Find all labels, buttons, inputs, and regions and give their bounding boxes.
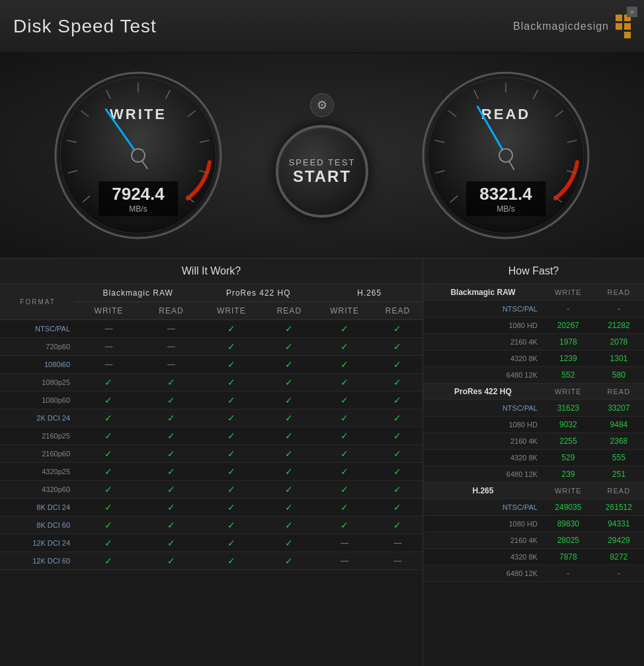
prores-write-cell: ✓ [200, 481, 262, 499]
h265-read-cell: ✓ [373, 517, 423, 534]
h265-write-cell: ✓ [316, 392, 373, 409]
title-bar: Disk Speed Test Blackmagicdesign [0, 0, 644, 53]
write-col-header: WRITE [543, 483, 594, 499]
format-cell: NTSC/PAL [423, 301, 543, 317]
format-cell: NTSC/PAL [0, 320, 75, 338]
h265-write-cell: ✓ [316, 374, 373, 392]
prores-read-cell: ✓ [262, 499, 316, 517]
how-fast-table: Blackmagic RAW WRITE READ NTSC/PAL - - 1… [423, 284, 644, 582]
read-unit: MB/s [479, 204, 532, 214]
h265-write-cell: ✓ [316, 409, 373, 427]
read-value-cell: 580 [594, 367, 644, 384]
read-col-header: READ [594, 284, 644, 301]
table-row: 4320p60 ✓ ✓ ✓ ✓ ✓ ✓ [0, 481, 423, 499]
brand-area: Blackmagicdesign [513, 15, 631, 38]
braw-read-cell: — [142, 320, 200, 338]
braw-write-header: WRITE [75, 302, 142, 320]
write-value-cell: - [543, 301, 594, 317]
left-table: Will It Work? FORMAT Blackmagic RAW ProR… [0, 259, 423, 666]
read-value-cell: 2368 [594, 433, 644, 450]
format-cell: 1080p25 [0, 374, 75, 392]
table-row: 6480 12K 239 251 [423, 466, 644, 483]
section-name: H.265 [423, 483, 543, 499]
table-row: NTSC/PAL — — ✓ ✓ ✓ ✓ [0, 320, 423, 338]
section-header-row: H.265 WRITE READ [423, 483, 644, 499]
prores-write-cell: ✓ [200, 320, 262, 338]
h265-read-cell: ✓ [373, 374, 423, 392]
table-row: 2160 4K 28025 29429 [423, 532, 644, 549]
prores-read-cell: ✓ [262, 409, 316, 427]
right-table-body: Blackmagic RAW WRITE READ NTSC/PAL - - 1… [423, 284, 644, 582]
write-value-cell: 31623 [543, 400, 594, 417]
write-value-cell: 89830 [543, 516, 594, 532]
format-col-header: FORMAT [0, 284, 75, 320]
close-button[interactable]: × [627, 7, 637, 17]
table-row: 4320 8K 1239 1301 [423, 351, 644, 367]
start-button[interactable]: SPEED TEST START [276, 125, 368, 218]
prores-read-cell: ✓ [262, 481, 316, 499]
braw-read-cell: ✓ [142, 552, 200, 570]
read-value: 8321.4 [479, 184, 532, 204]
prores-read-cell: ✓ [262, 356, 316, 374]
table-row: 2160p60 ✓ ✓ ✓ ✓ ✓ ✓ [0, 445, 423, 463]
format-cell: NTSC/PAL [423, 499, 543, 516]
app-title: Disk Speed Test [13, 16, 157, 37]
prores-write-cell: ✓ [200, 427, 262, 445]
start-line2: START [293, 167, 351, 186]
prores-read-cell: ✓ [262, 463, 316, 481]
write-value-cell: 20267 [543, 317, 594, 334]
write-value-cell: 28025 [543, 532, 594, 549]
h265-read-cell: ✓ [373, 392, 423, 409]
read-value-cell: 21282 [594, 317, 644, 334]
prores-write-header: WRITE [200, 302, 262, 320]
table-row: 4320p25 ✓ ✓ ✓ ✓ ✓ ✓ [0, 463, 423, 481]
braw-write-cell: ✓ [75, 534, 142, 552]
table-row: 12K DCI 24 ✓ ✓ ✓ ✓ — — [0, 534, 423, 552]
h265-read-cell: ✓ [373, 445, 423, 463]
read-value-cell: 1301 [594, 351, 644, 367]
read-value-cell: - [594, 565, 644, 582]
read-value-cell: 261512 [594, 499, 644, 516]
table-row: 1080i60 — — ✓ ✓ ✓ ✓ [0, 356, 423, 374]
h265-read-cell: ✓ [373, 409, 423, 427]
prores-write-cell: ✓ [200, 517, 262, 534]
read-value-cell: 9484 [594, 417, 644, 433]
braw-read-header: READ [142, 302, 200, 320]
write-value-cell: - [543, 565, 594, 582]
prores-read-cell: ✓ [262, 552, 316, 570]
braw-write-cell: — [75, 338, 142, 356]
col-group-headers: FORMAT Blackmagic RAW ProRes 422 HQ H.26… [0, 284, 423, 302]
h265-read-cell: ✓ [373, 463, 423, 481]
braw-read-cell: ✓ [142, 481, 200, 499]
table-row: 8K DCI 24 ✓ ✓ ✓ ✓ ✓ ✓ [0, 499, 423, 517]
h265-write-cell: ✓ [316, 356, 373, 374]
format-cell: 2160p25 [0, 427, 75, 445]
left-table-body: NTSC/PAL — — ✓ ✓ ✓ ✓ 720p60 — — ✓ ✓ ✓ ✓ … [0, 320, 423, 570]
write-value-cell: 239 [543, 466, 594, 483]
right-table-header: How Fast? [423, 259, 644, 284]
h265-write-cell: ✓ [316, 445, 373, 463]
write-value-cell: 1978 [543, 334, 594, 351]
braw-read-cell: ✓ [142, 499, 200, 517]
svg-text:WRITE: WRITE [110, 106, 167, 122]
read-value-cell: 94331 [594, 516, 644, 532]
braw-write-cell: ✓ [75, 374, 142, 392]
braw-read-cell: — [142, 356, 200, 374]
prores-read-cell: ✓ [262, 338, 316, 356]
format-cell: 8K DCI 60 [0, 517, 75, 534]
format-cell: 4320p60 [0, 481, 75, 499]
brand-dot [624, 23, 631, 30]
braw-write-cell: ✓ [75, 409, 142, 427]
table-row: NTSC/PAL 249035 261512 [423, 499, 644, 516]
format-cell: 720p60 [0, 338, 75, 356]
table-row: 6480 12K 552 580 [423, 367, 644, 384]
settings-button[interactable]: ⚙ [310, 93, 334, 117]
braw-write-cell: ✓ [75, 552, 142, 570]
table-row: 2160p25 ✓ ✓ ✓ ✓ ✓ ✓ [0, 427, 423, 445]
read-col-header: READ [594, 483, 644, 499]
write-unit: MB/s [112, 204, 165, 214]
table-row: 4320 8K 529 555 [423, 450, 644, 466]
table-row: NTSC/PAL - - [423, 301, 644, 317]
gauge-area: WRITE 7924.4 MB/s ⚙ S [0, 53, 644, 258]
brand-logo [616, 15, 631, 38]
